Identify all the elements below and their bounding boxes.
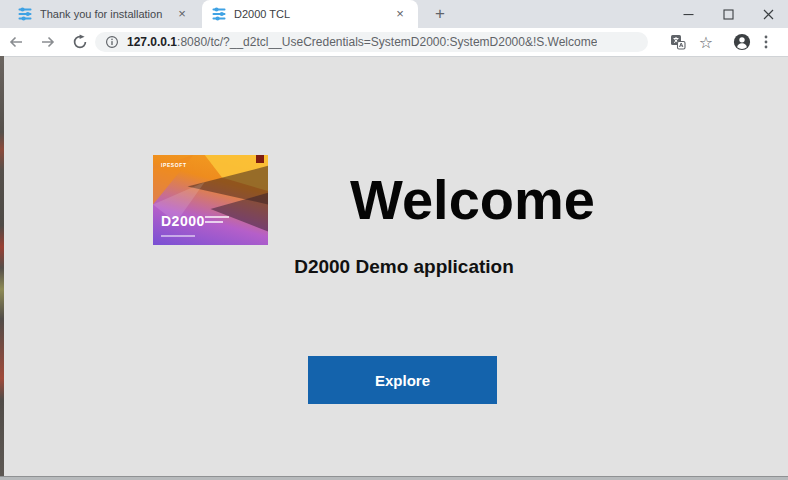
close-icon xyxy=(763,9,774,20)
logo-product-text: D2000 xyxy=(161,213,205,229)
page-title: Welcome xyxy=(280,158,665,242)
tab-label: Thank you for installation xyxy=(40,8,174,20)
logo-text-bar xyxy=(161,235,195,237)
reload-icon xyxy=(72,34,88,50)
maximize-icon xyxy=(723,9,734,20)
logo-red-square xyxy=(256,155,264,163)
url-host: 127.0.0.1 xyxy=(127,35,177,49)
d2000-favicon-icon xyxy=(18,7,32,21)
browser-toolbar: 127.0.0.1:8080/tc/?__d2tcl__UseCredentia… xyxy=(0,28,788,57)
window-controls xyxy=(668,0,788,28)
browser-window: Thank you for installation × D2000 TCL xyxy=(0,0,788,480)
page-info-icon[interactable] xyxy=(105,35,119,49)
tab-close-icon[interactable]: × xyxy=(392,6,408,22)
new-tab-button[interactable]: + xyxy=(428,3,452,25)
back-button[interactable] xyxy=(4,30,28,54)
window-minimize-button[interactable] xyxy=(668,0,708,28)
reload-button[interactable] xyxy=(68,30,92,54)
bookmark-star-button[interactable]: ☆ xyxy=(694,30,718,54)
forward-button[interactable] xyxy=(36,30,60,54)
browser-menu-button[interactable] xyxy=(754,30,778,54)
page-subtitle: D2000 Demo application xyxy=(0,256,788,278)
window-bottom-edge xyxy=(0,476,788,480)
translate-button[interactable] xyxy=(666,30,690,54)
tab-thank-you-for-installation[interactable]: Thank you for installation × xyxy=(10,0,198,28)
kebab-menu-icon xyxy=(758,34,774,50)
forward-arrow-icon xyxy=(40,34,56,50)
tab-d2000-tcl[interactable]: D2000 TCL × xyxy=(202,0,418,28)
logo-brand-text: IPESOFT xyxy=(161,162,187,168)
explore-button[interactable]: Explore xyxy=(308,356,497,404)
tab-label: D2000 TCL xyxy=(234,8,392,20)
background-window-sliver xyxy=(0,56,4,480)
window-maximize-button[interactable] xyxy=(708,0,748,28)
page-content: IPESOFT D2000 Welcome D2000 Demo applica… xyxy=(0,57,788,480)
url-text: 127.0.0.1:8080/tc/?__d2tcl__UseCredentia… xyxy=(127,35,597,49)
profile-avatar-button[interactable] xyxy=(730,30,754,54)
back-arrow-icon xyxy=(8,34,24,50)
url-path: :8080/tc/?__d2tcl__UseCredentials=System… xyxy=(177,35,597,49)
translate-icon xyxy=(670,34,686,50)
d2000-product-image: IPESOFT D2000 xyxy=(153,155,268,245)
logo-text-bar xyxy=(205,221,223,223)
tab-close-icon[interactable]: × xyxy=(174,6,190,22)
d2000-favicon-icon xyxy=(212,7,226,21)
window-close-button[interactable] xyxy=(748,0,788,28)
tab-strip: Thank you for installation × D2000 TCL xyxy=(0,0,788,28)
logo-text-bar xyxy=(205,216,229,218)
minimize-icon xyxy=(683,9,694,20)
avatar-icon xyxy=(733,33,751,51)
address-bar[interactable]: 127.0.0.1:8080/tc/?__d2tcl__UseCredentia… xyxy=(95,32,648,52)
